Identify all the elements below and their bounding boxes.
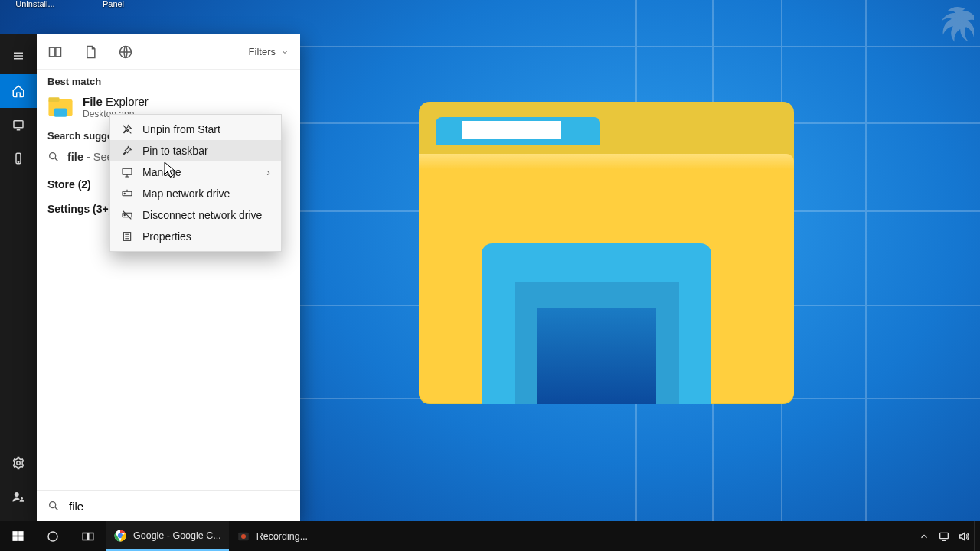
ctx-map-drive[interactable]: Map network drive: [110, 183, 281, 204]
file-explorer-icon: [47, 96, 74, 119]
ctx-pin-taskbar[interactable]: Pin to taskbar: [110, 140, 281, 161]
svg-rect-21: [18, 531, 23, 536]
ctx-label: Map network drive: [142, 187, 230, 200]
pin-icon: [121, 145, 133, 157]
svg-rect-31: [940, 533, 949, 538]
filters-dropdown[interactable]: Filters: [249, 46, 289, 57]
cortana-icon: [46, 530, 60, 543]
best-match-title-rest: Explorer: [103, 95, 149, 108]
ctx-label: Properties: [142, 230, 191, 243]
svg-point-12: [50, 153, 56, 159]
web-scope-icon[interactable]: [118, 44, 133, 60]
svg-point-24: [48, 532, 57, 541]
svg-rect-22: [12, 536, 17, 541]
task-label: Google - Google C...: [133, 530, 221, 541]
wallpaper-file-explorer-illustration: [419, 102, 794, 404]
task-view-button[interactable]: [70, 521, 106, 551]
taskbar-left: Google - Google C... Recording...: [0, 521, 315, 551]
suggestion-bold: file: [67, 151, 83, 163]
svg-rect-11: [54, 108, 67, 116]
svg-rect-0: [14, 121, 23, 128]
svg-point-2: [18, 161, 19, 163]
search-icon: [47, 151, 60, 163]
svg-point-5: [21, 497, 23, 500]
ctx-properties[interactable]: Properties: [110, 226, 281, 247]
svg-point-18: [124, 214, 125, 215]
best-match-heading: Best match: [37, 70, 300, 90]
ctx-disconnect-drive[interactable]: Disconnect network drive: [110, 204, 281, 226]
ctx-label: Unpin from Start: [142, 123, 220, 135]
apps-icon[interactable]: [0, 108, 37, 142]
documents-scope-icon[interactable]: [83, 44, 98, 60]
user-icon[interactable]: [0, 480, 37, 514]
best-match-title-bold: File: [83, 95, 103, 108]
svg-rect-10: [48, 97, 59, 102]
start-button[interactable]: [0, 521, 35, 551]
chevron-up-icon: [919, 531, 929, 542]
show-desktop-button[interactable]: [974, 521, 978, 551]
disconnect-drive-icon: [121, 209, 133, 221]
context-menu: Unpin from Start Pin to taskbar Manage ›…: [109, 114, 282, 252]
chevron-right-icon: ›: [266, 166, 270, 178]
volume-icon: [958, 530, 970, 543]
tray-network-icon[interactable]: [934, 521, 954, 551]
chrome-icon: [113, 529, 127, 543]
svg-rect-7: [56, 47, 61, 57]
svg-rect-20: [12, 531, 17, 536]
filters-label: Filters: [249, 46, 276, 57]
taskbar-task-recorder[interactable]: Recording...: [229, 521, 315, 551]
svg-point-4: [15, 492, 19, 497]
search-icon: [47, 500, 60, 512]
svg-rect-6: [50, 47, 55, 57]
taskbar: Google - Google C... Recording...: [0, 521, 980, 551]
hamburger-icon[interactable]: [0, 37, 37, 74]
apps-scope-icon[interactable]: [47, 44, 63, 60]
ctx-unpin-start[interactable]: Unpin from Start: [110, 119, 281, 140]
svg-rect-25: [83, 533, 87, 540]
mouse-cursor-icon: [164, 161, 178, 178]
svg-rect-26: [89, 533, 93, 540]
desktop: Uninstall... Panel: [0, 0, 980, 551]
device-icon[interactable]: [0, 142, 37, 175]
tray-volume-icon[interactable]: [954, 521, 974, 551]
svg-rect-14: [122, 168, 132, 174]
unpin-icon: [121, 123, 133, 135]
search-panel: Filters Best match File Explorer Desktop…: [37, 34, 300, 521]
task-label: Recording...: [256, 531, 308, 542]
svg-point-13: [50, 502, 56, 508]
ctx-label: Pin to taskbar: [142, 145, 208, 157]
taskbar-task-chrome[interactable]: Google - Google C...: [106, 521, 229, 551]
desktop-icon-label: Panel: [103, 0, 124, 8]
task-view-icon: [81, 530, 95, 543]
desktop-icon-label: Uninstall...: [15, 0, 54, 8]
search-header: Filters: [37, 34, 300, 70]
windows-logo-icon: [11, 530, 24, 543]
properties-icon: [121, 230, 133, 243]
tray-overflow-button[interactable]: [914, 521, 934, 551]
svg-rect-23: [18, 536, 23, 541]
ctx-label: Disconnect network drive: [142, 209, 262, 221]
ctx-manage[interactable]: Manage ›: [110, 161, 281, 183]
desktop-icon[interactable]: Panel: [83, 0, 144, 8]
manage-icon: [121, 166, 133, 178]
watermark-dragon-icon: [928, 5, 974, 51]
search-input-bar[interactable]: [37, 490, 300, 521]
map-drive-icon: [121, 187, 133, 200]
search-category-bar: [0, 34, 37, 521]
svg-point-3: [17, 461, 21, 465]
recorder-icon: [237, 530, 250, 543]
taskbar-right: [914, 521, 980, 551]
svg-point-30: [241, 534, 246, 539]
cortana-button[interactable]: [35, 521, 70, 551]
home-icon[interactable]: [0, 74, 37, 108]
desktop-icon[interactable]: Uninstall...: [5, 0, 66, 8]
svg-point-16: [124, 193, 125, 194]
search-input[interactable]: [69, 500, 289, 513]
monitor-icon: [938, 530, 950, 543]
chevron-down-icon: [280, 47, 289, 57]
settings-icon[interactable]: [0, 446, 37, 480]
